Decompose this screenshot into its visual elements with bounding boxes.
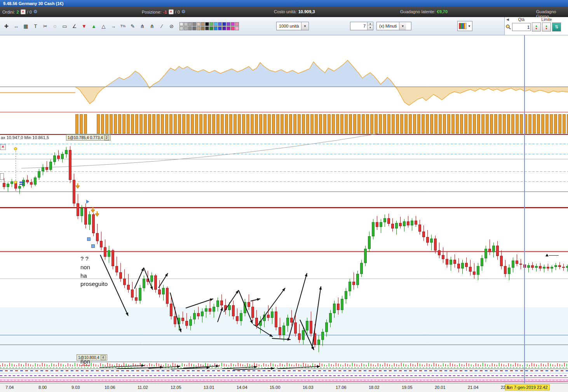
buy-limit-button[interactable]: ▲ ▼ — [532, 23, 541, 31]
color-swatch[interactable] — [192, 22, 196, 26]
sell-arrow-icon: ▼ — [535, 27, 538, 30]
cost-group: Costo unità: 10.909,3 — [274, 9, 315, 14]
alert-tool[interactable]: △ — [99, 21, 108, 31]
indicator-grid-tool[interactable]: ▦ — [21, 21, 31, 31]
trend-arrow-tool[interactable]: → — [108, 21, 118, 31]
trading-platform-window: 9.48.56 Germany 30 Cash (1€) Ordini: 2 ✕… — [0, 0, 568, 392]
color-swatch[interactable] — [201, 22, 205, 26]
color-swatch[interactable] — [231, 22, 235, 26]
x-axis-label: 17.06 — [336, 385, 347, 390]
color-swatch[interactable] — [227, 26, 230, 30]
orders-count: 2 — [16, 10, 19, 14]
delete-drawing-tool[interactable]: ✂ — [40, 21, 50, 31]
position-settings-icon[interactable]: ⚙ — [181, 10, 186, 14]
chart-text-annotation[interactable]: ? ? — [80, 255, 89, 262]
drawing-toolbar: ✚↔▦T✂◌▭∠▼▲△→T%✎⋔⋔∕⊘ 1000 unità ▼ 7 ▲ ▼ (… — [0, 17, 568, 35]
color-swatch[interactable] — [235, 26, 239, 30]
color-swatch[interactable] — [197, 26, 200, 30]
chart-text-annotation[interactable]: proseguito — [80, 280, 108, 287]
color-swatch[interactable] — [192, 26, 196, 30]
angle-tool[interactable]: ∠ — [70, 21, 79, 31]
chart-style-button[interactable]: ▼ — [457, 21, 472, 31]
color-swatch[interactable] — [205, 22, 209, 26]
qty-header: Qtà — [510, 17, 533, 23]
color-swatch[interactable] — [209, 26, 213, 30]
position-label: Posizione: — [142, 10, 162, 14]
position-info-bar: Ordini: 2 ✕ / 0 ⚙ Posizione: -1 ✕ / 0 ⚙ … — [0, 7, 568, 17]
units-select[interactable]: 1000 unità ▼ — [276, 22, 309, 30]
color-swatch[interactable] — [184, 22, 188, 26]
color-swatch[interactable] — [214, 26, 218, 30]
timeframe-select[interactable]: (x) Minuti ▼ — [376, 22, 411, 30]
close-position-icon[interactable]: ✕ — [169, 9, 174, 14]
chart-text-annotation[interactable]: non — [80, 358, 90, 365]
stepper-down-icon[interactable]: ▼ — [368, 26, 373, 30]
chart-text-annotation[interactable]: ha — [80, 272, 87, 279]
stepper-up-icon[interactable]: ▲ — [368, 22, 373, 26]
crosshair-tool[interactable]: ✚ — [2, 21, 11, 31]
orders-settings-icon[interactable]: ⚙ — [33, 10, 38, 14]
order-price-tag[interactable]: 1@10.785,4 0.773,42 — [66, 134, 111, 141]
color-swatch[interactable] — [197, 22, 200, 26]
quantity-input[interactable] — [512, 23, 531, 31]
color-swatch[interactable] — [209, 22, 213, 26]
chevron-down-icon[interactable]: ▼ — [468, 24, 471, 28]
gann-lines-tool[interactable]: ⋔ — [147, 21, 157, 31]
x-axis-label: 12.05 — [171, 385, 181, 390]
color-swatch[interactable] — [218, 26, 222, 30]
color-swatch[interactable] — [201, 26, 205, 30]
lasso-select-tool[interactable]: ◌ — [50, 21, 60, 31]
price-chart-canvas[interactable] — [0, 35, 568, 383]
color-swatch[interactable] — [222, 26, 226, 30]
sell-marker-tool[interactable]: ▼ — [79, 21, 89, 31]
x-axis-label: 20.01 — [435, 385, 446, 390]
gain-value: €9,70 — [437, 9, 448, 14]
buy-marker-tool[interactable]: ▲ — [89, 21, 99, 31]
x-axis-label: 19.05 — [402, 385, 413, 390]
magnifier-icon[interactable] — [505, 24, 511, 30]
stepper-arrows[interactable]: ▲ ▼ — [367, 22, 373, 30]
color-swatch[interactable] — [188, 26, 192, 30]
collapse-panel-icon[interactable]: ◀ — [506, 17, 509, 23]
color-swatch[interactable] — [205, 26, 209, 30]
pen-tool[interactable]: ✎ — [128, 21, 138, 31]
color-swatch[interactable] — [184, 26, 188, 30]
measure-tool[interactable]: ↔ — [11, 21, 21, 31]
gain-label: Guadagno latente: — [400, 9, 436, 14]
close-orders-icon[interactable]: ✕ — [21, 9, 26, 14]
chevron-down-icon[interactable]: ▼ — [399, 22, 406, 30]
close-drawing-icon[interactable]: ✕ — [0, 144, 6, 150]
color-swatch[interactable] — [231, 26, 235, 30]
oblique-line-tool[interactable]: ∕ — [157, 21, 167, 31]
tool-buttons: ✚↔▦T✂◌▭∠▼▲△→T%✎⋔⋔∕⊘ — [2, 21, 176, 31]
cost-value: 10.909,3 — [298, 9, 315, 14]
window-title-bar: 9.48.56 Germany 30 Cash (1€) — [0, 0, 568, 7]
order-ticket-panel: ◀ Qtà Limite ▲ ▼ ▲ ▼ ⇅ — [504, 17, 568, 35]
orders-group: Ordini: 2 ✕ / 0 ⚙ — [2, 9, 38, 14]
x-axis-label: 16.03 — [303, 385, 314, 390]
order-mode-button[interactable]: ⇅ — [552, 23, 561, 31]
chevron-down-icon[interactable]: ▼ — [301, 22, 308, 30]
chart-text-annotation[interactable]: non — [80, 264, 90, 270]
color-swatch[interactable] — [235, 22, 239, 26]
color-swatch[interactable] — [227, 22, 230, 26]
order-qty-badge: 4 — [101, 355, 106, 360]
zoom-box-tool[interactable]: ▭ — [60, 21, 70, 31]
color-swatch[interactable] — [222, 22, 226, 26]
color-swatch[interactable] — [188, 22, 192, 26]
period-stepper[interactable]: 7 ▲ ▼ — [350, 22, 373, 30]
color-swatch[interactable] — [179, 22, 183, 26]
window-title: 9.48.56 Germany 30 Cash (1€) — [3, 1, 63, 6]
ellipse-cross-tool[interactable]: ⊘ — [167, 21, 176, 31]
color-swatch[interactable] — [214, 22, 218, 26]
sell-limit-button[interactable]: ▲ ▼ — [542, 23, 551, 31]
color-swatch[interactable] — [218, 22, 222, 26]
color-swatch[interactable] — [179, 26, 183, 30]
fan-lines-tool[interactable]: ⋔ — [138, 21, 147, 31]
units-select-value: 1000 unità — [277, 24, 301, 28]
text-tool[interactable]: T — [31, 21, 40, 31]
x-axis-label: 18.02 — [369, 385, 380, 390]
percent-text-tool[interactable]: T% — [118, 21, 128, 31]
orders-label: Ordini: — [2, 10, 15, 14]
x-axis-label: 10.06 — [105, 385, 115, 390]
